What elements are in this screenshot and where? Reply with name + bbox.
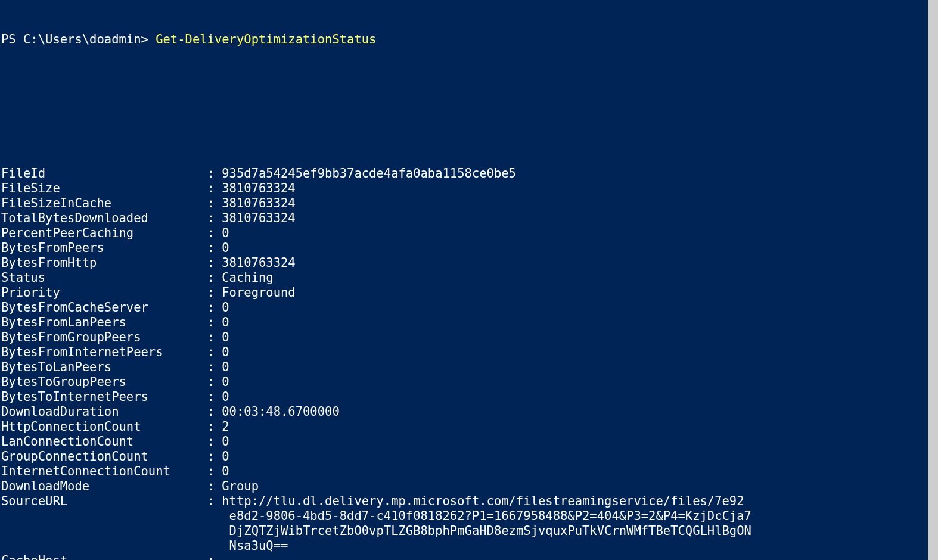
output-line: BytesFromCacheServer : 0 (1, 300, 938, 315)
output-line: BytesFromHttp : 3810763324 (1, 256, 938, 270)
blank-line (1, 122, 938, 136)
output-line: DownloadDuration : 00:03:48.6700000 (1, 405, 938, 419)
scrollbar-vertical[interactable] (928, 0, 938, 560)
output-line: FileId : 935d7a54245ef9bb37acde4afa0aba1… (1, 166, 938, 181)
output-line: BytesToInternetPeers : 0 (1, 390, 938, 405)
prompt-line: PS C:\Users\doadmin> Get-DeliveryOptimiz… (1, 32, 938, 47)
scrollbar-thumb[interactable] (928, 0, 938, 560)
command-output: FileId : 935d7a54245ef9bb37acde4afa0aba1… (1, 166, 938, 560)
output-line: CacheHost : (1, 553, 938, 560)
output-line: FileSize : 3810763324 (1, 181, 938, 196)
output-line: Nsa3uQ== (1, 539, 938, 553)
prompt-prefix: PS C:\Users\doadmin> (1, 32, 156, 46)
output-line: BytesFromPeers : 0 (1, 241, 938, 256)
output-line: Priority : Foreground (1, 285, 938, 300)
output-line: BytesToLanPeers : 0 (1, 360, 938, 375)
output-line: FileSizeInCache : 3810763324 (1, 196, 938, 211)
output-line: TotalBytesDownloaded : 3810763324 (1, 211, 938, 226)
prompt-command: Get-DeliveryOptimizationStatus (156, 32, 376, 46)
output-line: BytesFromLanPeers : 0 (1, 315, 938, 330)
powershell-terminal[interactable]: PS C:\Users\doadmin> Get-DeliveryOptimiz… (0, 0, 938, 560)
output-line: LanConnectionCount : 0 (1, 434, 938, 449)
blank-line (1, 77, 938, 92)
output-line: HttpConnectionCount : 2 (1, 419, 938, 434)
output-line: DownloadMode : Group (1, 479, 938, 494)
output-line: BytesToGroupPeers : 0 (1, 375, 938, 390)
output-line: DjZQTZjWibTrcetZbO0vpTLZGB8bphPmGaHD8ezm… (1, 524, 938, 539)
output-line: Status : Caching (1, 270, 938, 285)
output-line: BytesFromGroupPeers : 0 (1, 330, 938, 345)
output-line: InternetConnectionCount : 0 (1, 464, 938, 479)
output-line: e8d2-9806-4bd5-8dd7-c410f0818262?P1=1667… (1, 509, 938, 524)
output-line: SourceURL : http://tlu.dl.delivery.mp.mi… (1, 494, 938, 509)
output-line: PercentPeerCaching : 0 (1, 226, 938, 241)
output-line: GroupConnectionCount : 0 (1, 449, 938, 464)
output-line: BytesFromInternetPeers : 0 (1, 345, 938, 360)
